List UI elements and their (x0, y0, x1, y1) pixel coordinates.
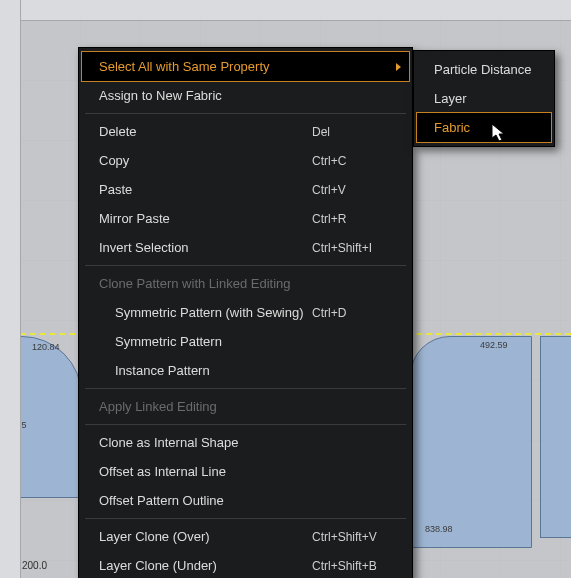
menu-paste[interactable]: Paste Ctrl+V (79, 175, 412, 204)
menu-item-label: Offset as Internal Line (99, 464, 392, 479)
menu-assign-new-fabric[interactable]: Assign to New Fabric (79, 81, 412, 110)
menu-item-label: Select All with Same Property (99, 59, 392, 74)
menu-separator (85, 113, 406, 114)
menu-item-shortcut: Ctrl+Shift+I (312, 241, 392, 255)
menu-separator (85, 265, 406, 266)
menu-item-label: Instance Pattern (115, 363, 392, 378)
submenu-fabric[interactable]: Fabric (416, 112, 552, 143)
menu-item-label: Invert Selection (99, 240, 312, 255)
menu-separator (85, 388, 406, 389)
menu-item-label: Layer (434, 91, 534, 106)
pattern-dim-label: 838.98 (425, 524, 453, 534)
menu-heading-apply-linked: Apply Linked Editing (79, 392, 412, 421)
pattern-dim-label: 492.59 (480, 340, 508, 350)
menu-separator (85, 518, 406, 519)
menu-mirror-paste[interactable]: Mirror Paste Ctrl+R (79, 204, 412, 233)
menu-delete[interactable]: Delete Del (79, 117, 412, 146)
submenu-particle-distance[interactable]: Particle Distance (414, 55, 554, 84)
menu-item-label: Layer Clone (Over) (99, 529, 312, 544)
pattern-piece[interactable] (540, 336, 571, 538)
menu-item-label: Mirror Paste (99, 211, 312, 226)
pattern-piece[interactable] (410, 336, 532, 548)
context-submenu: Particle Distance Layer Fabric (413, 50, 555, 147)
menu-item-shortcut: Del (312, 125, 392, 139)
menu-separator (85, 424, 406, 425)
menu-offset-pattern-outline[interactable]: Offset Pattern Outline (79, 486, 412, 515)
menu-item-label: Paste (99, 182, 312, 197)
context-menu: Select All with Same Property Assign to … (78, 47, 413, 578)
menu-clone-internal-shape[interactable]: Clone as Internal Shape (79, 428, 412, 457)
menu-item-label: Particle Distance (434, 62, 534, 77)
ruler-tick-label: 200.0 (22, 560, 47, 571)
menu-item-label: Assign to New Fabric (99, 88, 392, 103)
menu-copy[interactable]: Copy Ctrl+C (79, 146, 412, 175)
menu-symmetric-pattern-sewing[interactable]: Symmetric Pattern (with Sewing) Ctrl+D (79, 298, 412, 327)
menu-item-label: Apply Linked Editing (99, 399, 392, 414)
menu-item-label: Offset Pattern Outline (99, 493, 392, 508)
menu-item-shortcut: Ctrl+Shift+V (312, 530, 392, 544)
menu-item-shortcut: Ctrl+V (312, 183, 392, 197)
menu-invert-selection[interactable]: Invert Selection Ctrl+Shift+I (79, 233, 412, 262)
menu-item-shortcut: Ctrl+C (312, 154, 392, 168)
pattern-dim-label: 120.84 (32, 342, 60, 352)
menu-item-label: Delete (99, 124, 312, 139)
menu-item-label: Symmetric Pattern (115, 334, 392, 349)
menu-item-shortcut: Ctrl+R (312, 212, 392, 226)
menu-item-label: Symmetric Pattern (with Sewing) (115, 305, 312, 320)
menu-symmetric-pattern[interactable]: Symmetric Pattern (79, 327, 412, 356)
submenu-arrow-icon (396, 63, 401, 71)
ruler-vertical: 200.0 (0, 0, 21, 578)
menu-item-shortcut: Ctrl+Shift+B (312, 559, 392, 573)
menu-item-label: Copy (99, 153, 312, 168)
menu-item-label: Fabric (434, 120, 534, 135)
menu-offset-internal-line[interactable]: Offset as Internal Line (79, 457, 412, 486)
menu-instance-pattern[interactable]: Instance Pattern (79, 356, 412, 385)
menu-layer-clone-over[interactable]: Layer Clone (Over) Ctrl+Shift+V (79, 522, 412, 551)
menu-item-shortcut: Ctrl+D (312, 306, 392, 320)
menu-heading-clone-linked: Clone Pattern with Linked Editing (79, 269, 412, 298)
menu-select-all-same-property[interactable]: Select All with Same Property (81, 51, 410, 82)
menu-item-label: Clone as Internal Shape (99, 435, 392, 450)
submenu-layer[interactable]: Layer (414, 84, 554, 113)
menu-item-label: Layer Clone (Under) (99, 558, 312, 573)
menu-item-label: Clone Pattern with Linked Editing (99, 276, 392, 291)
menu-layer-clone-under[interactable]: Layer Clone (Under) Ctrl+Shift+B (79, 551, 412, 578)
ruler-horizontal (0, 0, 571, 21)
